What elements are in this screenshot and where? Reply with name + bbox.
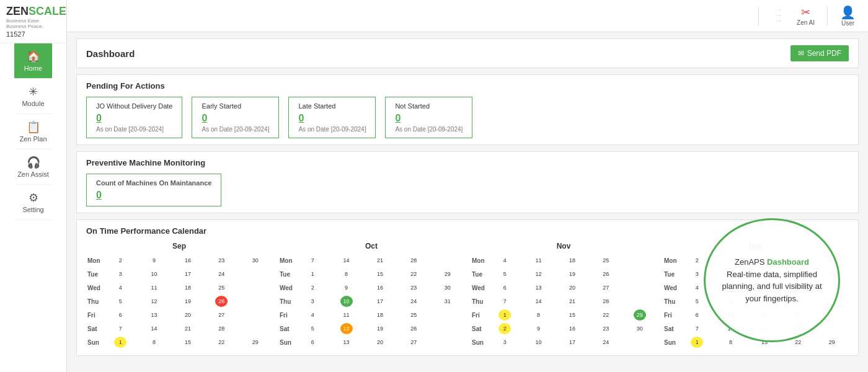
- cal-day-1-29: 29: [441, 268, 454, 280]
- cal-day-1-24: 24: [407, 296, 420, 307]
- cal-cell-3-6-29: 29: [815, 335, 849, 349]
- cal-cell-2-4-29: 29: [623, 308, 657, 322]
- cal-day-0-28: 28: [215, 323, 228, 334]
- cal-cell-0-5-28: 28: [205, 322, 238, 335]
- send-pdf-button[interactable]: ✉ Send PDF: [790, 45, 849, 61]
- cal-day-3-6: 6: [691, 309, 703, 321]
- cal-day-1-19: 19: [374, 323, 386, 334]
- cal-cell-1-1-15: 15: [363, 267, 397, 281]
- cal-day-3-2: 2: [691, 255, 703, 266]
- cal-cell-2-0-4: 4: [488, 254, 521, 267]
- cal-day-1-14: 14: [340, 255, 353, 266]
- sidebar-icon-1: ✳: [29, 85, 38, 99]
- dashboard-header: Dashboard ✉ Send PDF: [76, 38, 859, 68]
- cal-cell-2-3-7: 7: [488, 294, 521, 308]
- sidebar-item-setting[interactable]: ⚙ Setting: [14, 185, 52, 220]
- pending-actions-title: Pending For Actions: [86, 81, 849, 91]
- calendar-month-oct: OctMon 7 14 21 28 Tue 1 8 15 22 29 Wed 2…: [278, 242, 464, 349]
- cal-cell-2-5-30: 30: [623, 322, 657, 335]
- cal-cell-0-3-5: 5: [104, 294, 137, 308]
- cal-day-2-6: 6: [498, 282, 511, 293]
- day-label-2-3: Thu: [471, 294, 488, 308]
- logo-area: ZENSCALE Business Ease. Business Peace. …: [0, 0, 66, 43]
- cal-cell-0-0-16: 16: [171, 254, 205, 267]
- day-label-3-2: Wed: [663, 281, 680, 294]
- cal-day-2-23: 23: [600, 323, 612, 334]
- cal-day-0-4: 4: [114, 282, 126, 293]
- pending-card-3: Not Started 0 As on Date [20-09-2024]: [385, 97, 472, 138]
- cal-day-0-9: 9: [148, 255, 161, 266]
- machine-card: Count of Machines On Maintanance 0: [86, 174, 221, 206]
- cal-day-2-11: 11: [533, 255, 545, 266]
- cal-cell-0-0-2: 2: [104, 254, 137, 267]
- annotation-text: ZenAPS Dashboard Real-time data, simplif…: [718, 256, 826, 304]
- sidebar-icon-3: 🎧: [27, 156, 40, 169]
- cal-cell-1-5-5: 5: [296, 322, 329, 335]
- user-button[interactable]: 👤 User: [840, 5, 856, 27]
- zen-ai-button[interactable]: ✂ Zen AI: [797, 6, 815, 26]
- cal-day-1-27: 27: [407, 337, 420, 348]
- cal-day-2-13: 13: [533, 282, 545, 293]
- pending-card-0: JO Without Delivery Date 0 As on Date [2…: [86, 97, 182, 138]
- day-label-0-0: Mon: [86, 254, 104, 267]
- cal-day-2-15: 15: [566, 309, 578, 321]
- cal-cell-1-2-16: 16: [363, 281, 397, 294]
- cal-cell-1-4-4: 4: [296, 308, 329, 322]
- user-label: User: [841, 20, 854, 27]
- pending-card-2: Late Started 0 As on Date [20-09-2024]: [288, 97, 376, 138]
- cal-day-3-1: 1: [691, 337, 703, 348]
- cal-day-0-15: 15: [182, 337, 194, 348]
- cal-cell-3-6-1: 1: [680, 335, 714, 349]
- day-label-3-0: Mon: [663, 254, 680, 267]
- pending-card-value-2[interactable]: 0: [298, 113, 366, 124]
- pending-card-value-3[interactable]: 0: [395, 113, 463, 124]
- day-label-0-4: Fri: [86, 308, 104, 322]
- cal-day-0-21: 21: [182, 323, 194, 334]
- sidebar-label-4: Setting: [22, 206, 43, 213]
- cal-day-2-21: 21: [566, 296, 578, 307]
- zen-ai-icon: ✂: [801, 6, 810, 19]
- sidebar-item-module[interactable]: ✳ Module: [14, 79, 52, 114]
- pending-card-value-0[interactable]: 0: [96, 113, 172, 124]
- cal-day-1-20: 20: [374, 337, 386, 348]
- day-label-3-6: Sun: [663, 335, 680, 349]
- main-wrapper: ⋮⋮⋮ ✂ Zen AI 👤 User Dashboard ✉ Send PDF: [67, 0, 868, 372]
- cal-cell-0-2-4: 4: [104, 281, 137, 294]
- cal-day-0-12: 12: [148, 296, 161, 307]
- cal-cell-0-5-14: 14: [137, 322, 170, 335]
- logo-text: ZENSCALE: [6, 5, 60, 18]
- cal-day-3-5: 5: [691, 296, 703, 307]
- pending-card-value-1[interactable]: 0: [202, 113, 269, 124]
- sidebar-icon-0: 🏠: [27, 50, 40, 63]
- pending-card-date-3: As on Date [20-09-2024]: [395, 126, 463, 133]
- sidebar-item-home[interactable]: 🏠 Home: [14, 43, 52, 79]
- sidebar-item-zen-assist[interactable]: 🎧 Zen Assist: [14, 149, 52, 185]
- cal-cell-1-2-2: 2: [296, 281, 329, 294]
- sidebar-label-2: Zen Plan: [19, 135, 46, 143]
- pending-card-title-2: Late Started: [298, 102, 366, 110]
- machine-card-value: 0: [96, 190, 211, 201]
- cal-day-2-27: 27: [600, 282, 612, 293]
- cal-cell-2-4-8: 8: [521, 308, 555, 322]
- cal-cell-0-5-21: 21: [171, 322, 205, 335]
- cal-day-0-11: 11: [148, 282, 161, 293]
- cal-cell-2-1-19: 19: [556, 267, 589, 281]
- cal-cell-2-1-26: 26: [589, 267, 622, 281]
- cal-cell-2-2-6: 6: [488, 281, 521, 294]
- cal-cell-0-2-18: 18: [171, 281, 205, 294]
- pending-card-title-1: Early Started: [202, 102, 269, 110]
- cal-day-2-20: 20: [566, 282, 578, 293]
- sidebar-item-zen-plan[interactable]: 📋 Zen Plan: [14, 114, 52, 149]
- cal-day-0-14: 14: [148, 323, 161, 334]
- cal-day-3-4: 4: [691, 282, 703, 293]
- sidebar-label-3: Zen Assist: [17, 170, 49, 178]
- cal-cell-2-0-11: 11: [521, 254, 555, 267]
- pending-card-1: Early Started 0 As on Date [20-09-2024]: [192, 97, 279, 138]
- day-label-0-2: Wed: [86, 281, 104, 294]
- cal-day-2-30: 30: [634, 323, 646, 334]
- cal-day-2-10: 10: [533, 337, 545, 348]
- cal-day-2-2: 2: [498, 323, 511, 334]
- cal-cell-2-4-15: 15: [556, 308, 589, 322]
- cal-cell-1-4-11: 11: [329, 308, 363, 322]
- cal-cell-1-2-9: 9: [329, 281, 363, 294]
